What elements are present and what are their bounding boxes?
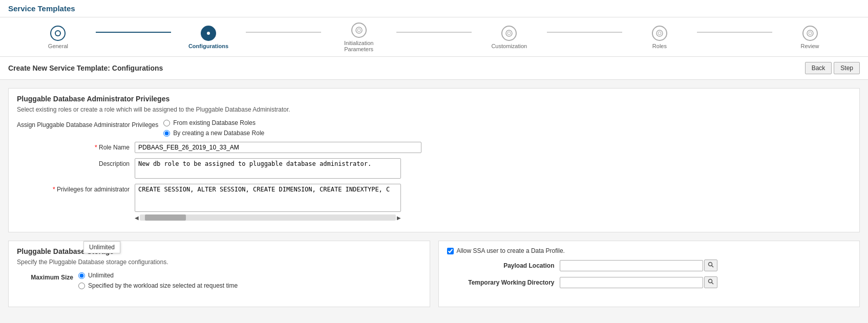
allow-ssa-row: Allow SSA user to create a Data Profile. <box>447 247 852 254</box>
step-configurations[interactable]: Configurations <box>171 26 246 49</box>
inactive-circle-4-icon <box>807 30 814 37</box>
step-label-roles: Roles <box>652 43 667 49</box>
step-general[interactable]: General <box>20 26 96 49</box>
svg-point-14 <box>708 279 712 283</box>
role-name-label: Role Name <box>17 142 135 151</box>
payload-location-row: Payload Location <box>447 260 852 271</box>
step-label-customization: Customization <box>491 43 527 49</box>
max-size-row: Maximum Size Unlimited Specified by the … <box>17 272 421 289</box>
storage-options: Unlimited Specified by the workload size… <box>78 272 238 289</box>
allow-ssa-label: Allow SSA user to create a Data Profile. <box>457 247 565 254</box>
radio-new[interactable] <box>163 130 170 137</box>
svg-point-12 <box>708 263 712 266</box>
page-title-bar: Service Templates <box>0 0 868 17</box>
step-label-review: Review <box>800 43 819 49</box>
role-name-row: Role Name <box>17 142 851 153</box>
radio-unlimited-label[interactable]: Unlimited <box>78 272 238 279</box>
step-button[interactable]: Step <box>834 62 860 74</box>
main-content: Pluggable Database Administrator Privile… <box>0 80 868 323</box>
payload-location-label: Payload Location <box>447 262 560 269</box>
svg-point-7 <box>507 32 511 35</box>
step-customization[interactable]: Customization <box>472 26 547 49</box>
connector-1 <box>96 32 171 33</box>
storage-title: Pluggable Database Storage <box>17 247 421 255</box>
payload-location-input[interactable] <box>560 260 703 271</box>
search-icon <box>708 262 714 268</box>
privileges-title: Pluggable Database Administrator Privile… <box>17 95 851 103</box>
privileges-row: Privileges for administrator ◀ ▶ <box>17 184 851 221</box>
radio-existing[interactable] <box>163 120 170 126</box>
connector-2 <box>246 32 321 33</box>
svg-point-3 <box>207 32 210 35</box>
scrollbar-container: ◀ ▶ <box>135 214 401 221</box>
inactive-circle-3-icon <box>656 30 663 37</box>
step-circle-configurations <box>201 26 216 41</box>
step-label-general: General <box>48 43 68 49</box>
unlimited-tooltip: Unlimited <box>83 241 120 253</box>
privileges-section: Pluggable Database Administrator Privile… <box>8 88 860 232</box>
step-review[interactable]: Review <box>772 26 848 49</box>
radio-workload[interactable] <box>78 283 85 289</box>
header-buttons: Back Step <box>805 62 860 74</box>
storage-section: Pluggable Database Storage Specify the P… <box>8 241 430 307</box>
step-circle-customization <box>501 26 517 41</box>
step-circle-review <box>802 26 818 41</box>
radio-existing-text: From existing Database Roles <box>173 119 256 126</box>
description-textarea[interactable] <box>135 158 401 179</box>
temp-dir-row: Temporary Working Directory <box>447 276 852 288</box>
connector-4 <box>547 32 622 33</box>
back-button[interactable]: Back <box>805 62 832 74</box>
scroll-left-icon[interactable]: ◀ <box>135 215 139 221</box>
connector-5 <box>697 32 772 33</box>
content-title: Create New Service Template: Configurati… <box>8 64 163 72</box>
temp-dir-label: Temporary Working Directory <box>447 279 560 286</box>
scroll-right-icon[interactable]: ▶ <box>397 215 401 221</box>
temp-dir-search-button[interactable] <box>704 276 717 288</box>
radio-existing-label[interactable]: From existing Database Roles <box>163 119 264 126</box>
assign-radio-group: From existing Database Roles By creating… <box>163 119 264 137</box>
description-label: Description <box>17 158 135 167</box>
svg-point-11 <box>809 32 812 35</box>
payload-search-button[interactable] <box>704 260 717 271</box>
svg-point-5 <box>357 29 361 32</box>
wizard-steps: General Configurations InitializationPar… <box>0 17 868 57</box>
assign-row: Assign Pluggable Database Administrator … <box>17 119 851 137</box>
step-circle-roles <box>652 26 667 41</box>
scrollbar-thumb[interactable] <box>145 214 186 221</box>
tooltip-text: Unlimited <box>89 244 115 251</box>
inactive-circle-2-icon <box>505 30 513 37</box>
step-circle-initialization <box>351 23 367 38</box>
step-initialization[interactable]: InitializationParameters <box>321 23 396 52</box>
radio-workload-text: Specified by the workload size selected … <box>88 282 238 289</box>
assign-label: Assign Pluggable Database Administrator … <box>17 119 163 128</box>
scrollbar-track[interactable] <box>140 214 396 221</box>
step-roles[interactable]: Roles <box>622 26 697 49</box>
max-size-label: Maximum Size <box>17 272 78 281</box>
radio-workload-label[interactable]: Specified by the workload size selected … <box>78 282 238 289</box>
steps-wrapper: General Configurations InitializationPar… <box>20 23 848 52</box>
page-container: Service Templates General Configurations <box>0 0 868 323</box>
radio-new-label[interactable]: By creating a new Database Role <box>163 130 264 137</box>
temp-dir-input[interactable] <box>560 277 703 288</box>
storage-desc: Specify the Pluggable Database storage c… <box>17 259 421 266</box>
step-label-configurations: Configurations <box>188 43 228 49</box>
description-row: Description <box>17 158 851 179</box>
right-section: Allow SSA user to create a Data Profile.… <box>438 241 860 307</box>
privileges-desc: Select existing roles or create a role w… <box>17 106 851 113</box>
allow-ssa-checkbox[interactable] <box>447 248 454 254</box>
step-label-initialization: InitializationParameters <box>344 40 373 52</box>
svg-line-13 <box>711 266 713 268</box>
page-title: Service Templates <box>8 4 860 13</box>
right-column: Allow SSA user to create a Data Profile.… <box>438 241 860 315</box>
role-name-input[interactable] <box>135 142 421 153</box>
privileges-textarea[interactable] <box>135 184 401 212</box>
privileges-field-wrapper: ◀ ▶ <box>135 184 401 221</box>
storage-column: Pluggable Database Storage Specify the P… <box>8 241 430 315</box>
radio-unlimited[interactable] <box>78 272 85 279</box>
content-header: Create New Service Template: Configurati… <box>0 57 868 80</box>
svg-point-9 <box>658 32 661 35</box>
connector-3 <box>396 32 472 33</box>
inactive-circle-icon <box>355 27 363 34</box>
privileges-label: Privileges for administrator <box>17 184 135 193</box>
svg-point-1 <box>56 31 60 35</box>
